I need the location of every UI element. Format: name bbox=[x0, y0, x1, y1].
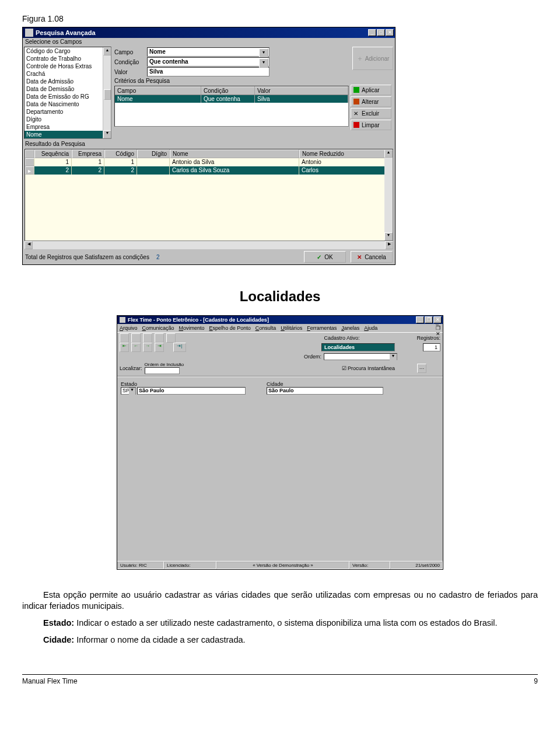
estado-name-input[interactable]: São Paulo bbox=[137, 387, 246, 395]
cadastro-ativo-label: Cadastro Ativo: bbox=[324, 335, 359, 341]
nav-next-button[interactable]: → bbox=[143, 343, 152, 352]
alterar-button[interactable]: Alterar bbox=[351, 96, 391, 107]
list-item[interactable]: Nome Reduzido bbox=[24, 138, 111, 139]
list-item[interactable]: Código do Cargo bbox=[24, 47, 111, 55]
excluir-icon: ✕ bbox=[354, 110, 359, 116]
mdi-restore-button[interactable]: ❐ bbox=[436, 325, 440, 331]
ok-button[interactable]: OK bbox=[304, 251, 346, 263]
procura-instantanea-checkbox[interactable]: Procura Instantânea bbox=[342, 365, 395, 371]
menu-item[interactable]: Ajuda bbox=[364, 325, 377, 331]
condicao-combo[interactable]: Que contenha bbox=[147, 57, 270, 67]
list-item[interactable]: Data de Nascimento bbox=[24, 100, 111, 108]
close-button[interactable]: ✕ bbox=[386, 29, 394, 36]
ordem-label: Ordem: bbox=[304, 354, 321, 360]
nav-first-button[interactable]: ⇤ bbox=[120, 343, 129, 352]
window-title: Pesquisa Avançada bbox=[36, 29, 368, 36]
cadastro-ativo-value: Localidades bbox=[321, 343, 395, 351]
table-row[interactable]: NomeQue contenhaSilva bbox=[115, 95, 348, 103]
valor-label: Valor bbox=[114, 69, 147, 75]
restore-button[interactable]: ❐ bbox=[425, 316, 433, 323]
estado-code-combo[interactable]: SP bbox=[121, 387, 136, 395]
window-localidades: Flex Time - Ponto Eletrônico - [Cadastro… bbox=[117, 315, 443, 570]
menubar[interactable]: ArquivoComunicaçãoMovimentoEspelho de Po… bbox=[117, 324, 443, 332]
menu-item[interactable]: Ferramentas bbox=[307, 325, 337, 331]
exit-button[interactable]: ⇥| bbox=[173, 343, 186, 352]
scrollbar-vertical[interactable]: ▲▼ bbox=[384, 149, 393, 240]
aplicar-button[interactable]: Aplicar bbox=[351, 85, 391, 95]
selecione-campos-label: Selecione os Campos bbox=[23, 38, 395, 46]
registros-label: Registros: bbox=[416, 335, 440, 341]
check-icon bbox=[317, 254, 321, 260]
condicao-label: Condição bbox=[114, 59, 147, 65]
toolbar-button[interactable] bbox=[155, 333, 164, 343]
maximize-button[interactable]: □ bbox=[377, 29, 385, 36]
section-heading: Localidades bbox=[22, 288, 538, 305]
menu-item[interactable]: Espelho de Ponto bbox=[209, 325, 251, 331]
minimize-button[interactable]: _ bbox=[416, 316, 424, 323]
app-icon bbox=[120, 317, 125, 323]
nav-last-button[interactable]: ⇥ bbox=[155, 343, 164, 352]
cancel-button[interactable]: Cancela bbox=[351, 251, 393, 263]
statusbar: Usuário: RIC Licenciado: « Versão de Dem… bbox=[117, 561, 443, 569]
ordem-combo[interactable] bbox=[324, 353, 397, 360]
nav-prev-button[interactable]: ← bbox=[131, 343, 141, 352]
menu-item[interactable]: Utilitários bbox=[281, 325, 302, 331]
scrollbar-horizontal[interactable]: ◀▶ bbox=[24, 241, 393, 249]
excluir-button[interactable]: ✕Excluir bbox=[351, 108, 391, 118]
field-listbox[interactable]: Código do CargoContrato de TrabalhoContr… bbox=[24, 47, 111, 139]
table-row[interactable]: ▸222Carlos da Silva SouzaCarlos bbox=[25, 166, 393, 175]
list-item[interactable]: Crachá bbox=[24, 70, 111, 78]
list-item[interactable]: Data de Emissão do RG bbox=[24, 93, 111, 100]
localizar-label: Localizar: bbox=[120, 365, 142, 371]
registros-value: 1 bbox=[423, 343, 440, 351]
footer-manual: Manual Flex Time bbox=[22, 677, 78, 685]
result-grid[interactable]: Sequência Empresa Código Dígito Nome Nom… bbox=[24, 149, 393, 241]
col-valor: Valor bbox=[255, 86, 348, 95]
list-item[interactable]: Controle de Horas Extras bbox=[24, 62, 111, 70]
campo-combo[interactable]: Nome bbox=[147, 47, 270, 57]
col-codigo[interactable]: Código bbox=[104, 149, 137, 158]
col-sequencia[interactable]: Sequência bbox=[34, 149, 72, 158]
ordem-inclusao-label: Ordem de Inclusão bbox=[145, 362, 184, 367]
lookup-button[interactable]: … bbox=[417, 364, 426, 373]
window-pesquisa-avancada: Pesquisa Avançada _ □ ✕ Selecione os Cam… bbox=[22, 27, 396, 265]
cidade-label: Cidade bbox=[267, 381, 383, 387]
minimize-button[interactable]: _ bbox=[368, 29, 376, 36]
table-row[interactable]: 111Antonio da SilvaAntonio bbox=[25, 158, 393, 166]
list-item[interactable]: Empresa bbox=[24, 123, 111, 131]
window-title: Flex Time - Ponto Eletrônico - [Cadastro… bbox=[128, 317, 416, 323]
valor-input[interactable]: Silva bbox=[147, 67, 270, 76]
limpar-icon bbox=[354, 122, 359, 128]
menu-item[interactable]: Janelas bbox=[341, 325, 359, 331]
localizar-input[interactable] bbox=[145, 367, 180, 374]
toolbar-button[interactable] bbox=[120, 333, 129, 343]
list-item[interactable]: Dígito bbox=[24, 116, 111, 123]
col-nome-reduzido[interactable]: Nome Reduzido bbox=[299, 149, 393, 158]
toolbar-button[interactable] bbox=[131, 333, 141, 343]
list-item[interactable]: Contrato de Trabalho bbox=[24, 55, 111, 62]
total-label: Total de Registros que Satisfazem as con… bbox=[25, 254, 149, 260]
footer-page-number: 9 bbox=[534, 677, 538, 685]
menu-item[interactable]: Movimento bbox=[179, 325, 205, 331]
list-item[interactable]: Data de Demissão bbox=[24, 85, 111, 93]
scrollbar[interactable]: ▲▼ bbox=[103, 47, 111, 138]
total-count: 2 bbox=[156, 254, 160, 260]
col-empresa[interactable]: Empresa bbox=[72, 149, 104, 158]
col-nome[interactable]: Nome bbox=[170, 149, 299, 158]
x-icon bbox=[357, 254, 362, 260]
criteria-grid[interactable]: Campo Condição Valor NomeQue contenhaSil… bbox=[114, 86, 349, 127]
toolbar-button[interactable] bbox=[166, 333, 176, 343]
cidade-input[interactable]: São Paulo bbox=[267, 387, 383, 395]
list-item[interactable]: Data de Admissão bbox=[24, 78, 111, 85]
limpar-button[interactable]: Limpar bbox=[351, 120, 391, 130]
adicionar-button[interactable]: ＋ Adicionar bbox=[352, 47, 393, 70]
menu-item[interactable]: Consulta bbox=[256, 325, 276, 331]
resultado-label: Resultado da Pesquisa bbox=[23, 140, 395, 148]
col-digito[interactable]: Dígito bbox=[137, 149, 170, 158]
menu-item[interactable]: Arquivo bbox=[120, 325, 138, 331]
list-item[interactable]: Departamento bbox=[24, 108, 111, 116]
menu-item[interactable]: Comunicação bbox=[142, 325, 174, 331]
list-item[interactable]: Nome bbox=[24, 131, 111, 138]
toolbar-button[interactable] bbox=[143, 333, 152, 343]
mdi-minimize-button[interactable]: _ bbox=[436, 319, 440, 325]
